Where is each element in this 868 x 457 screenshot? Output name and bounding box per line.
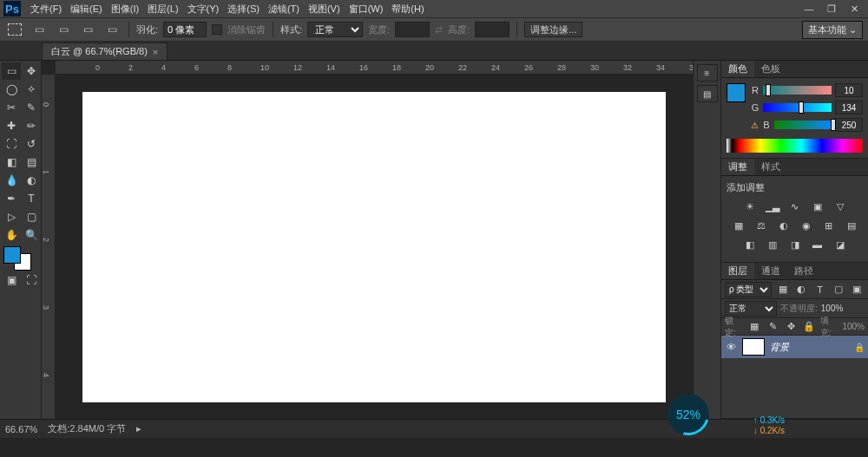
tab-swatches[interactable]: 色板	[754, 61, 787, 77]
lock-trans-icon[interactable]: ▦	[747, 320, 762, 334]
zoom-tool[interactable]: 🔍	[22, 226, 41, 244]
pen-tool[interactable]: ✒	[2, 190, 21, 207]
b-input[interactable]	[835, 118, 863, 132]
filter-adjust-icon[interactable]: ◐	[794, 283, 809, 297]
eyedropper-tool[interactable]: ✎	[22, 99, 41, 116]
blur-tool[interactable]: 💧	[2, 172, 21, 189]
tab-layers[interactable]: 图层	[721, 263, 754, 279]
layer-row[interactable]: 👁 背景 🔒	[721, 336, 868, 358]
tab-styles[interactable]: 样式	[754, 159, 787, 175]
color-spectrum[interactable]	[727, 139, 863, 153]
marquee-int-icon[interactable]: ▭	[102, 21, 122, 38]
screenmode-tool[interactable]: ⛶	[22, 271, 41, 289]
opacity-value[interactable]: 100%	[821, 304, 844, 313]
r-slider[interactable]	[763, 86, 832, 95]
marquee-rect-icon[interactable]: ▭	[30, 21, 49, 38]
bw-icon[interactable]: ◐	[776, 219, 792, 232]
gamut-warning-icon[interactable]: ⚠	[751, 121, 759, 130]
refine-edge-button[interactable]: 调整边缘...	[524, 22, 582, 37]
brush-tool[interactable]: ✏	[22, 117, 41, 134]
lock-pos-icon[interactable]: ✥	[784, 320, 799, 334]
ruler-horizontal[interactable]: 0 2 4 6 8 10 12 14 16 18 20 22 24 26 28 …	[56, 61, 693, 75]
move-tool[interactable]: ✥	[22, 62, 41, 80]
menu-help[interactable]: 帮助(H)	[387, 1, 428, 17]
lookup-icon[interactable]: ▤	[844, 219, 859, 232]
levels-icon[interactable]: ▁▃	[765, 199, 780, 213]
menu-file[interactable]: 文件(F)	[26, 1, 66, 17]
style-select[interactable]: 正常	[307, 22, 363, 37]
type-tool[interactable]: T	[22, 190, 41, 207]
menu-select[interactable]: 选择(S)	[223, 1, 264, 17]
crop-tool[interactable]: ✂	[2, 99, 21, 116]
layer-name[interactable]: 背景	[770, 341, 789, 354]
brightness-icon[interactable]: ☀	[742, 199, 758, 213]
stamp-tool[interactable]: ⛶	[2, 135, 21, 153]
tab-adjustments[interactable]: 调整	[721, 159, 754, 175]
filter-type-icon[interactable]: T	[812, 283, 827, 297]
menu-image[interactable]: 图像(I)	[107, 1, 143, 17]
menu-layer[interactable]: 图层(L)	[143, 1, 182, 17]
layer-thumbnail[interactable]	[742, 338, 765, 356]
doc-info[interactable]: 文档:2.84M/0 字节	[48, 422, 126, 435]
tab-channels[interactable]: 通道	[754, 263, 787, 279]
feather-input[interactable]	[163, 22, 207, 37]
lasso-tool[interactable]: ◯	[2, 81, 21, 98]
workspace-switcher[interactable]: 基本功能 ⌄	[802, 21, 863, 39]
selective-icon[interactable]: ◪	[832, 238, 848, 251]
magic-wand-tool[interactable]: ✧	[22, 81, 41, 98]
quickmask-tool[interactable]: ▣	[2, 271, 21, 289]
menu-view[interactable]: 视图(V)	[304, 1, 345, 17]
g-slider[interactable]	[763, 103, 832, 112]
lock-all-icon[interactable]: 🔒	[802, 320, 817, 334]
b-slider[interactable]	[774, 121, 832, 129]
mixer-icon[interactable]: ⊞	[821, 219, 837, 232]
threshold-icon[interactable]: ◨	[787, 238, 803, 251]
canvas-viewport[interactable]	[56, 75, 693, 419]
tab-color[interactable]: 颜色	[721, 61, 754, 77]
fill-value[interactable]: 100%	[842, 322, 865, 331]
network-widget[interactable]: 52%	[665, 391, 712, 438]
panel-fg-swatch[interactable]	[727, 83, 746, 102]
close-button[interactable]: ✕	[844, 2, 865, 16]
curves-icon[interactable]: ∿	[787, 199, 803, 213]
exposure-icon[interactable]: ▣	[810, 199, 825, 213]
filter-shape-icon[interactable]: ▢	[831, 283, 845, 297]
shape-tool[interactable]: ▢	[22, 208, 41, 225]
layer-filter-select[interactable]: ρ 类型	[725, 282, 772, 297]
g-input[interactable]	[835, 101, 863, 114]
menu-window[interactable]: 窗口(W)	[345, 1, 388, 17]
antialias-checkbox[interactable]	[212, 24, 222, 35]
marquee-add-icon[interactable]: ▭	[54, 21, 73, 38]
vibrance-icon[interactable]: ▽	[832, 199, 848, 213]
visibility-icon[interactable]: 👁	[725, 342, 737, 352]
tab-paths[interactable]: 路径	[787, 263, 820, 279]
properties-panel-icon[interactable]: ▤	[697, 85, 718, 102]
healing-tool[interactable]: ✚	[2, 117, 21, 134]
posterize-icon[interactable]: ▥	[765, 238, 780, 251]
minimize-button[interactable]: —	[799, 2, 819, 16]
balance-icon[interactable]: ⚖	[753, 219, 769, 232]
hand-tool[interactable]: ✋	[2, 226, 21, 244]
lock-paint-icon[interactable]: ✎	[766, 320, 780, 334]
history-brush-tool[interactable]: ↺	[22, 135, 41, 153]
menu-type[interactable]: 文字(Y)	[183, 1, 224, 17]
gradient-tool[interactable]: ▤	[22, 153, 41, 171]
path-select-tool[interactable]: ▷	[2, 208, 21, 225]
fg-color-swatch[interactable]	[3, 246, 21, 264]
marquee-sub-icon[interactable]: ▭	[78, 21, 97, 38]
gradient-map-icon[interactable]: ▬	[810, 238, 825, 251]
marquee-tool[interactable]: ▭	[2, 62, 21, 80]
ruler-vertical[interactable]: 0 1 2 3 4	[42, 75, 56, 419]
menu-edit[interactable]: 编辑(E)	[66, 1, 107, 17]
filter-smart-icon[interactable]: ▣	[850, 283, 865, 297]
menu-filter[interactable]: 滤镜(T)	[264, 1, 304, 17]
document-tab[interactable]: 白云 @ 66.7%(RGB/8) ×	[42, 42, 168, 60]
zoom-value[interactable]: 66.67%	[5, 424, 37, 434]
hue-icon[interactable]: ▦	[731, 219, 746, 232]
eraser-tool[interactable]: ◧	[2, 153, 21, 171]
canvas[interactable]	[82, 92, 666, 402]
color-swatches[interactable]	[2, 245, 41, 271]
invert-icon[interactable]: ◧	[742, 238, 758, 251]
r-input[interactable]	[835, 83, 863, 97]
restore-button[interactable]: ❐	[821, 2, 842, 16]
